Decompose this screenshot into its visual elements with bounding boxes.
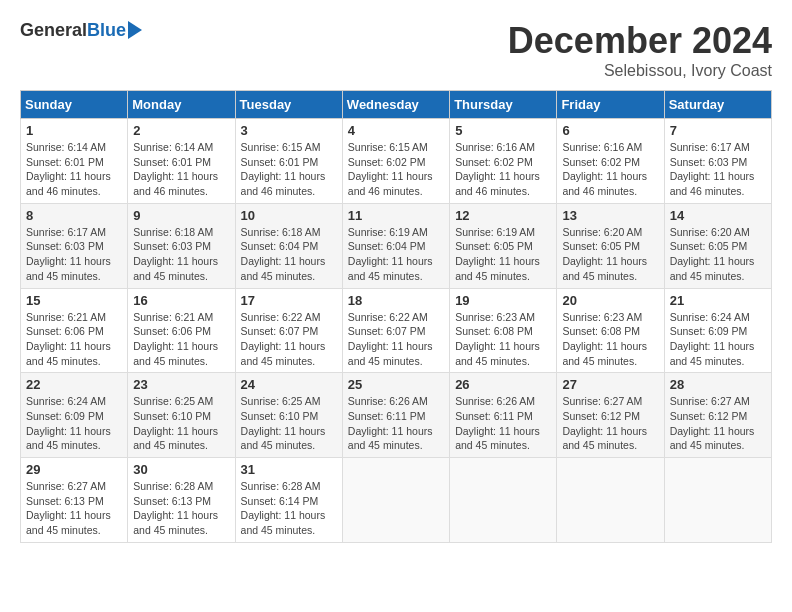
day-number: 19 xyxy=(455,293,551,308)
day-info: Sunrise: 6:22 AMSunset: 6:07 PMDaylight:… xyxy=(348,311,433,367)
day-number: 6 xyxy=(562,123,658,138)
day-number: 17 xyxy=(241,293,337,308)
day-number: 20 xyxy=(562,293,658,308)
day-info: Sunrise: 6:16 AMSunset: 6:02 PMDaylight:… xyxy=(562,141,647,197)
day-info: Sunrise: 6:15 AMSunset: 6:01 PMDaylight:… xyxy=(241,141,326,197)
calendar-cell: 6 Sunrise: 6:16 AMSunset: 6:02 PMDayligh… xyxy=(557,119,664,204)
title-section: December 2024 Selebissou, Ivory Coast xyxy=(508,20,772,80)
day-info: Sunrise: 6:25 AMSunset: 6:10 PMDaylight:… xyxy=(241,395,326,451)
day-info: Sunrise: 6:27 AMSunset: 6:12 PMDaylight:… xyxy=(670,395,755,451)
calendar-cell: 23 Sunrise: 6:25 AMSunset: 6:10 PMDaylig… xyxy=(128,373,235,458)
calendar-cell: 5 Sunrise: 6:16 AMSunset: 6:02 PMDayligh… xyxy=(450,119,557,204)
calendar-cell: 17 Sunrise: 6:22 AMSunset: 6:07 PMDaylig… xyxy=(235,288,342,373)
day-info: Sunrise: 6:14 AMSunset: 6:01 PMDaylight:… xyxy=(26,141,111,197)
day-info: Sunrise: 6:27 AMSunset: 6:12 PMDaylight:… xyxy=(562,395,647,451)
day-number: 16 xyxy=(133,293,229,308)
day-info: Sunrise: 6:25 AMSunset: 6:10 PMDaylight:… xyxy=(133,395,218,451)
day-number: 18 xyxy=(348,293,444,308)
calendar-cell: 13 Sunrise: 6:20 AMSunset: 6:05 PMDaylig… xyxy=(557,203,664,288)
calendar-cell: 9 Sunrise: 6:18 AMSunset: 6:03 PMDayligh… xyxy=(128,203,235,288)
day-number: 12 xyxy=(455,208,551,223)
weekday-header-sunday: Sunday xyxy=(21,91,128,119)
day-number: 22 xyxy=(26,377,122,392)
calendar-cell: 1 Sunrise: 6:14 AMSunset: 6:01 PMDayligh… xyxy=(21,119,128,204)
calendar-cell: 2 Sunrise: 6:14 AMSunset: 6:01 PMDayligh… xyxy=(128,119,235,204)
calendar-cell: 10 Sunrise: 6:18 AMSunset: 6:04 PMDaylig… xyxy=(235,203,342,288)
day-number: 28 xyxy=(670,377,766,392)
day-number: 23 xyxy=(133,377,229,392)
calendar-cell: 12 Sunrise: 6:19 AMSunset: 6:05 PMDaylig… xyxy=(450,203,557,288)
weekday-header-thursday: Thursday xyxy=(450,91,557,119)
day-info: Sunrise: 6:20 AMSunset: 6:05 PMDaylight:… xyxy=(670,226,755,282)
day-info: Sunrise: 6:18 AMSunset: 6:04 PMDaylight:… xyxy=(241,226,326,282)
day-number: 29 xyxy=(26,462,122,477)
calendar-cell: 22 Sunrise: 6:24 AMSunset: 6:09 PMDaylig… xyxy=(21,373,128,458)
weekday-header-saturday: Saturday xyxy=(664,91,771,119)
calendar-cell: 4 Sunrise: 6:15 AMSunset: 6:02 PMDayligh… xyxy=(342,119,449,204)
calendar-cell: 7 Sunrise: 6:17 AMSunset: 6:03 PMDayligh… xyxy=(664,119,771,204)
day-number: 26 xyxy=(455,377,551,392)
day-info: Sunrise: 6:16 AMSunset: 6:02 PMDaylight:… xyxy=(455,141,540,197)
calendar-cell: 16 Sunrise: 6:21 AMSunset: 6:06 PMDaylig… xyxy=(128,288,235,373)
calendar-cell: 11 Sunrise: 6:19 AMSunset: 6:04 PMDaylig… xyxy=(342,203,449,288)
day-info: Sunrise: 6:15 AMSunset: 6:02 PMDaylight:… xyxy=(348,141,433,197)
day-number: 9 xyxy=(133,208,229,223)
day-info: Sunrise: 6:23 AMSunset: 6:08 PMDaylight:… xyxy=(455,311,540,367)
logo-blue: Blue xyxy=(87,20,126,41)
day-number: 3 xyxy=(241,123,337,138)
day-info: Sunrise: 6:27 AMSunset: 6:13 PMDaylight:… xyxy=(26,480,111,536)
calendar-cell xyxy=(557,458,664,543)
calendar-cell xyxy=(664,458,771,543)
calendar-cell: 15 Sunrise: 6:21 AMSunset: 6:06 PMDaylig… xyxy=(21,288,128,373)
day-info: Sunrise: 6:26 AMSunset: 6:11 PMDaylight:… xyxy=(348,395,433,451)
weekday-header-monday: Monday xyxy=(128,91,235,119)
calendar-cell: 21 Sunrise: 6:24 AMSunset: 6:09 PMDaylig… xyxy=(664,288,771,373)
logo: General Blue xyxy=(20,20,142,41)
day-info: Sunrise: 6:24 AMSunset: 6:09 PMDaylight:… xyxy=(26,395,111,451)
day-number: 14 xyxy=(670,208,766,223)
day-number: 10 xyxy=(241,208,337,223)
calendar-cell: 29 Sunrise: 6:27 AMSunset: 6:13 PMDaylig… xyxy=(21,458,128,543)
calendar-cell: 19 Sunrise: 6:23 AMSunset: 6:08 PMDaylig… xyxy=(450,288,557,373)
day-number: 27 xyxy=(562,377,658,392)
day-info: Sunrise: 6:20 AMSunset: 6:05 PMDaylight:… xyxy=(562,226,647,282)
day-info: Sunrise: 6:21 AMSunset: 6:06 PMDaylight:… xyxy=(26,311,111,367)
calendar-cell: 27 Sunrise: 6:27 AMSunset: 6:12 PMDaylig… xyxy=(557,373,664,458)
calendar-cell: 3 Sunrise: 6:15 AMSunset: 6:01 PMDayligh… xyxy=(235,119,342,204)
weekday-header-wednesday: Wednesday xyxy=(342,91,449,119)
day-number: 31 xyxy=(241,462,337,477)
day-info: Sunrise: 6:28 AMSunset: 6:13 PMDaylight:… xyxy=(133,480,218,536)
weekday-header-tuesday: Tuesday xyxy=(235,91,342,119)
calendar-cell: 24 Sunrise: 6:25 AMSunset: 6:10 PMDaylig… xyxy=(235,373,342,458)
day-number: 25 xyxy=(348,377,444,392)
day-info: Sunrise: 6:24 AMSunset: 6:09 PMDaylight:… xyxy=(670,311,755,367)
calendar-cell: 25 Sunrise: 6:26 AMSunset: 6:11 PMDaylig… xyxy=(342,373,449,458)
day-info: Sunrise: 6:28 AMSunset: 6:14 PMDaylight:… xyxy=(241,480,326,536)
day-number: 5 xyxy=(455,123,551,138)
month-title: December 2024 xyxy=(508,20,772,62)
calendar-cell: 30 Sunrise: 6:28 AMSunset: 6:13 PMDaylig… xyxy=(128,458,235,543)
day-number: 1 xyxy=(26,123,122,138)
day-info: Sunrise: 6:23 AMSunset: 6:08 PMDaylight:… xyxy=(562,311,647,367)
day-number: 13 xyxy=(562,208,658,223)
day-info: Sunrise: 6:22 AMSunset: 6:07 PMDaylight:… xyxy=(241,311,326,367)
day-info: Sunrise: 6:21 AMSunset: 6:06 PMDaylight:… xyxy=(133,311,218,367)
day-info: Sunrise: 6:17 AMSunset: 6:03 PMDaylight:… xyxy=(26,226,111,282)
day-number: 2 xyxy=(133,123,229,138)
location: Selebissou, Ivory Coast xyxy=(508,62,772,80)
calendar-table: SundayMondayTuesdayWednesdayThursdayFrid… xyxy=(20,90,772,543)
calendar-cell: 28 Sunrise: 6:27 AMSunset: 6:12 PMDaylig… xyxy=(664,373,771,458)
day-info: Sunrise: 6:17 AMSunset: 6:03 PMDaylight:… xyxy=(670,141,755,197)
day-number: 4 xyxy=(348,123,444,138)
calendar-cell: 26 Sunrise: 6:26 AMSunset: 6:11 PMDaylig… xyxy=(450,373,557,458)
calendar-cell: 18 Sunrise: 6:22 AMSunset: 6:07 PMDaylig… xyxy=(342,288,449,373)
weekday-header-friday: Friday xyxy=(557,91,664,119)
day-info: Sunrise: 6:18 AMSunset: 6:03 PMDaylight:… xyxy=(133,226,218,282)
day-number: 8 xyxy=(26,208,122,223)
day-number: 11 xyxy=(348,208,444,223)
day-number: 21 xyxy=(670,293,766,308)
logo-general: General xyxy=(20,20,87,41)
logo-arrow-icon xyxy=(128,21,142,39)
day-number: 24 xyxy=(241,377,337,392)
day-info: Sunrise: 6:26 AMSunset: 6:11 PMDaylight:… xyxy=(455,395,540,451)
